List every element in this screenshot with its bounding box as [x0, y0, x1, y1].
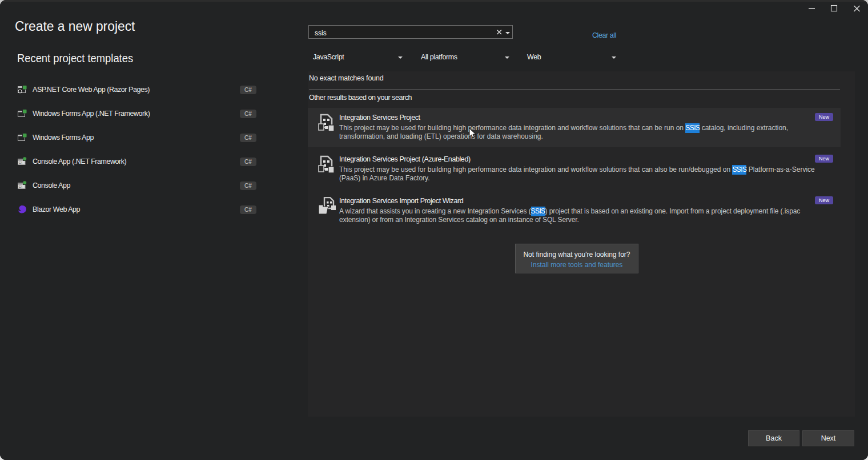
svg-text:C:\: C:\: [19, 162, 23, 164]
svg-text:C:\: C:\: [19, 185, 23, 188]
